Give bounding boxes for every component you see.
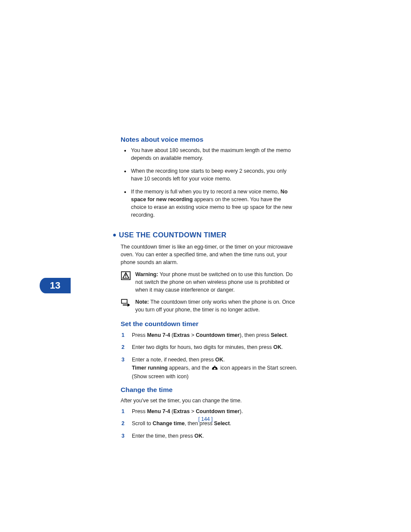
t: > bbox=[190, 332, 196, 338]
note-label: Note: bbox=[135, 299, 149, 305]
t: Extras bbox=[173, 408, 190, 414]
t: Enter a note, if needed, then press bbox=[132, 357, 215, 363]
t: Menu 7-4 bbox=[147, 332, 170, 338]
chapter-tab: 13 bbox=[40, 278, 71, 293]
page-number: [ 144 ] bbox=[0, 416, 411, 422]
notes-list: You have about 180 seconds, but the maxi… bbox=[121, 147, 297, 219]
t: Press bbox=[132, 332, 147, 338]
change-intro: After you've set the timer, you can chan… bbox=[121, 397, 297, 405]
t: Menu 7-4 bbox=[147, 408, 170, 414]
page-content: Notes about voice memos You have about 1… bbox=[121, 136, 297, 445]
list-text: You have about 180 seconds, but the maxi… bbox=[131, 147, 291, 161]
step-number: 1 bbox=[121, 331, 125, 339]
t: Timer running bbox=[132, 365, 168, 371]
list-text: When the recording tone starts to beep e… bbox=[131, 168, 286, 182]
note-body: The countdown timer only works when the … bbox=[135, 299, 295, 313]
step-number: 3 bbox=[121, 432, 125, 440]
t: Enter two digits for hours, two digits f… bbox=[132, 344, 274, 350]
list-item: If the memory is full when you try to re… bbox=[124, 188, 297, 219]
svg-rect-3 bbox=[121, 299, 127, 303]
list-item: You have about 180 seconds, but the maxi… bbox=[124, 147, 297, 162]
step-item: 1 Press Menu 7-4 (Extras > Countdown tim… bbox=[121, 408, 297, 416]
t: Enter the time, then press bbox=[132, 433, 194, 439]
step-item: 3 Enter a note, if needed, then press OK… bbox=[121, 356, 297, 381]
note-text: Note: The countdown timer only works whe… bbox=[135, 299, 297, 314]
t: OK bbox=[215, 357, 224, 363]
t: > bbox=[190, 408, 196, 414]
section-title-text: USE THE COUNTDOWN TIMER bbox=[119, 231, 227, 239]
t: Press bbox=[132, 408, 147, 414]
warning-body: Your phone must be switched on to use th… bbox=[135, 271, 293, 293]
warning-callout: Warning: Your phone must be switched on … bbox=[121, 271, 297, 294]
step-item: 3 Enter the time, then press OK. bbox=[121, 432, 297, 440]
t: appears, and the bbox=[168, 365, 211, 371]
step-item: 1 Press Menu 7-4 (Extras > Countdown tim… bbox=[121, 331, 297, 339]
heading-notes: Notes about voice memos bbox=[121, 136, 297, 143]
t: Countdown timer bbox=[196, 408, 240, 414]
timer-icon bbox=[212, 365, 218, 373]
t: ). bbox=[240, 408, 243, 414]
t: . bbox=[281, 344, 283, 350]
svg-rect-4 bbox=[214, 365, 215, 366]
svg-point-2 bbox=[125, 277, 126, 277]
set-timer-steps: 1 Press Menu 7-4 (Extras > Countdown tim… bbox=[121, 331, 297, 381]
step-number: 1 bbox=[121, 408, 125, 416]
step-number: 2 bbox=[121, 343, 125, 352]
list-text-part: If the memory is full when you try to re… bbox=[131, 189, 280, 195]
t: . bbox=[202, 433, 204, 439]
section-heading: •USE THE COUNTDOWN TIMER bbox=[113, 229, 297, 240]
step-number: 3 bbox=[121, 356, 125, 364]
t: OK bbox=[194, 433, 202, 439]
warning-icon bbox=[121, 271, 131, 294]
change-time-steps: 1 Press Menu 7-4 (Extras > Countdown tim… bbox=[121, 408, 297, 440]
svg-point-5 bbox=[214, 367, 215, 369]
section-bullet: • bbox=[113, 230, 116, 240]
section-intro: The countdown timer is like an egg-timer… bbox=[121, 243, 297, 267]
t: Countdown timer bbox=[196, 332, 240, 338]
heading-change-time: Change the time bbox=[121, 386, 297, 394]
heading-set-timer: Set the countdown timer bbox=[121, 320, 297, 328]
t: Extras bbox=[173, 332, 190, 338]
t: . bbox=[223, 357, 224, 363]
t: Select bbox=[271, 332, 287, 338]
t: OK bbox=[274, 344, 282, 350]
chapter-number: 13 bbox=[50, 280, 60, 291]
warning-label: Warning: bbox=[135, 271, 158, 277]
note-callout: Note: The countdown timer only works whe… bbox=[121, 299, 297, 314]
step-item: 2 Enter two digits for hours, two digits… bbox=[121, 343, 297, 352]
t: . bbox=[286, 332, 288, 338]
warning-text: Warning: Your phone must be switched on … bbox=[135, 271, 297, 294]
note-arrow-icon bbox=[121, 299, 131, 314]
t: ), then press bbox=[240, 332, 271, 338]
list-item: When the recording tone starts to beep e… bbox=[124, 168, 297, 183]
